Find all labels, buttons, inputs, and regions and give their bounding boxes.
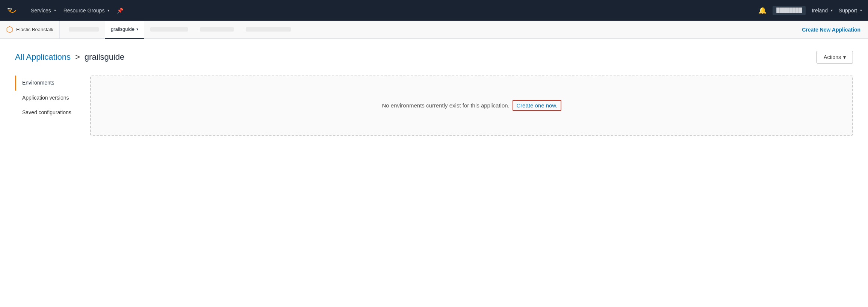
content-layout: Environments Application versions Saved … xyxy=(15,76,853,136)
tab-grailsguide[interactable]: grailsguide ▾ xyxy=(105,21,144,39)
tab-grailsguide-chevron-icon: ▾ xyxy=(136,27,138,31)
sidebar-item-app-versions[interactable]: Application versions xyxy=(15,91,83,106)
elastic-beanstalk-home[interactable]: ⬡ Elastic Beanstalk xyxy=(5,21,60,39)
support-chevron-icon: ▾ xyxy=(860,8,862,12)
resource-groups-label: Resource Groups xyxy=(64,8,105,14)
create-new-application-button[interactable]: Create New Application xyxy=(802,27,860,33)
region-menu[interactable]: Ireland ▾ xyxy=(812,8,833,14)
services-label: Services xyxy=(31,8,51,14)
application-name: grailsguide xyxy=(85,52,124,62)
elastic-beanstalk-icon: ⬡ xyxy=(6,25,13,35)
actions-chevron-icon: ▾ xyxy=(843,54,846,60)
region-chevron-icon: ▾ xyxy=(831,8,833,12)
breadcrumb-separator: > xyxy=(75,52,80,62)
page-header: All Applications > grailsguide Actions ▾ xyxy=(15,51,853,64)
actions-label: Actions xyxy=(824,54,841,60)
tab-grailsguide-label: grailsguide xyxy=(111,26,135,32)
services-menu[interactable]: Services ▾ xyxy=(31,8,56,14)
top-navigation: aws Services ▾ Resource Groups ▾ 📌 🔔 ███… xyxy=(0,0,868,21)
resource-groups-menu[interactable]: Resource Groups ▾ xyxy=(64,8,110,14)
sidebar-item-environments[interactable]: Environments xyxy=(15,76,83,91)
blurred-tab-2[interactable] xyxy=(144,21,194,39)
main-content: All Applications > grailsguide Actions ▾… xyxy=(0,39,868,148)
application-tabs: grailsguide ▾ xyxy=(60,21,802,39)
support-menu[interactable]: Support ▾ xyxy=(839,8,862,14)
sidebar-item-saved-configs[interactable]: Saved configurations xyxy=(15,105,83,120)
blurred-tab-1[interactable] xyxy=(63,21,105,39)
blurred-tab-4[interactable] xyxy=(240,21,297,39)
no-env-text: No environments currently exist for this… xyxy=(382,102,509,109)
user-menu[interactable]: ████████ xyxy=(773,6,806,15)
create-new-application-label: Create New Application xyxy=(802,27,860,33)
sidebar: Environments Application versions Saved … xyxy=(15,76,90,136)
sidebar-item-environments-label: Environments xyxy=(22,80,54,86)
elastic-beanstalk-label: Elastic Beanstalk xyxy=(16,27,53,32)
region-label: Ireland xyxy=(812,8,828,14)
services-chevron-icon: ▾ xyxy=(54,8,56,12)
sidebar-item-saved-configs-label: Saved configurations xyxy=(22,109,71,115)
nav-right-section: 🔔 ████████ Ireland ▾ Support ▾ xyxy=(758,6,862,15)
create-one-now-link[interactable]: Create one now. xyxy=(513,100,561,111)
aws-logo[interactable]: aws xyxy=(6,6,20,15)
pin-icon[interactable]: 📌 xyxy=(117,8,123,14)
no-environments-message: No environments currently exist for this… xyxy=(382,102,561,109)
all-applications-link[interactable]: All Applications xyxy=(15,52,71,62)
secondary-navigation: ⬡ Elastic Beanstalk grailsguide ▾ Create… xyxy=(0,21,868,39)
svg-text:aws: aws xyxy=(8,7,12,9)
resource-groups-chevron-icon: ▾ xyxy=(107,8,109,12)
sidebar-item-app-versions-label: Application versions xyxy=(22,95,69,101)
notifications-icon[interactable]: 🔔 xyxy=(758,6,767,15)
blurred-tab-3[interactable] xyxy=(194,21,240,39)
support-label: Support xyxy=(839,8,857,14)
breadcrumb: All Applications > grailsguide xyxy=(15,52,124,62)
actions-button[interactable]: Actions ▾ xyxy=(817,51,853,64)
environments-panel: No environments currently exist for this… xyxy=(90,76,853,136)
